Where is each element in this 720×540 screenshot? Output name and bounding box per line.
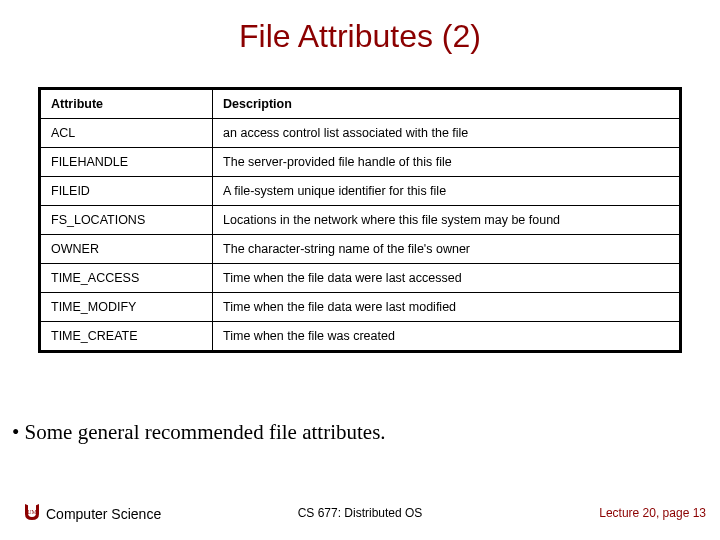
cell-attr: FILEHANDLE bbox=[40, 148, 213, 177]
attributes-table-wrap: Attribute Description ACL an access cont… bbox=[0, 65, 720, 353]
table-row: FILEID A file-system unique identifier f… bbox=[40, 177, 681, 206]
slide-title: File Attributes (2) bbox=[0, 0, 720, 65]
attributes-table: Attribute Description ACL an access cont… bbox=[38, 87, 682, 353]
header-attribute: Attribute bbox=[40, 89, 213, 119]
cell-desc: A file-system unique identifier for this… bbox=[213, 177, 681, 206]
cell-desc: Time when the file was created bbox=[213, 322, 681, 352]
table-row: TIME_CREATE Time when the file was creat… bbox=[40, 322, 681, 352]
cell-attr: ACL bbox=[40, 119, 213, 148]
cell-desc: Time when the file data were last modifi… bbox=[213, 293, 681, 322]
table-row: ACL an access control list associated wi… bbox=[40, 119, 681, 148]
table-row: OWNER The character-string name of the f… bbox=[40, 235, 681, 264]
cell-desc: The character-string name of the file's … bbox=[213, 235, 681, 264]
page-number: Lecture 20, page 13 bbox=[599, 506, 706, 520]
cell-desc: Locations in the network where this file… bbox=[213, 206, 681, 235]
cell-attr: FS_LOCATIONS bbox=[40, 206, 213, 235]
cell-attr: TIME_MODIFY bbox=[40, 293, 213, 322]
table-row: FS_LOCATIONS Locations in the network wh… bbox=[40, 206, 681, 235]
cell-attr: OWNER bbox=[40, 235, 213, 264]
footer: UM Computer Science CS 677: Distributed … bbox=[0, 498, 720, 522]
cell-attr: TIME_ACCESS bbox=[40, 264, 213, 293]
header-description: Description bbox=[213, 89, 681, 119]
table-row: TIME_MODIFY Time when the file data were… bbox=[40, 293, 681, 322]
table-row: TIME_ACCESS Time when the file data were… bbox=[40, 264, 681, 293]
bullet-note: • Some general recommended file attribut… bbox=[12, 420, 386, 445]
table-header-row: Attribute Description bbox=[40, 89, 681, 119]
cell-attr: TIME_CREATE bbox=[40, 322, 213, 352]
table-row: FILEHANDLE The server-provided file hand… bbox=[40, 148, 681, 177]
cell-desc: The server-provided file handle of this … bbox=[213, 148, 681, 177]
cell-desc: an access control list associated with t… bbox=[213, 119, 681, 148]
slide: File Attributes (2) Attribute Descriptio… bbox=[0, 0, 720, 540]
cell-attr: FILEID bbox=[40, 177, 213, 206]
cell-desc: Time when the file data were last access… bbox=[213, 264, 681, 293]
